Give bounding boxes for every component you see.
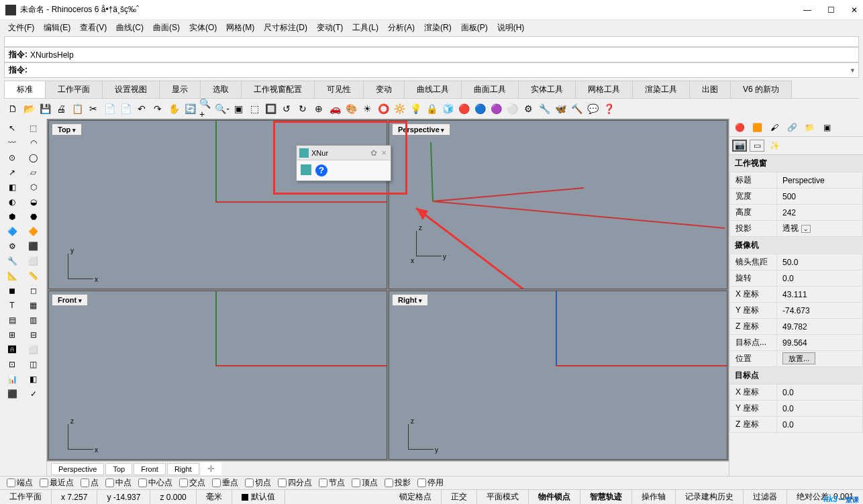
vptab-top[interactable]: Top (105, 463, 132, 475)
tool-1[interactable]: ⬚ (24, 121, 43, 135)
toolbar-btn-23[interactable]: ⭕ (376, 101, 391, 116)
menu-V[interactable]: 查看(V) (76, 21, 111, 35)
vptab-perspective[interactable]: Perspective (51, 463, 104, 475)
toolbar-btn-6[interactable]: 📄 (102, 101, 117, 116)
toolbar-btn-29[interactable]: 🔵 (472, 101, 487, 116)
menu-H[interactable]: 说明(H) (493, 21, 529, 35)
command-line-1[interactable]: 指令: XNurbsHelp (4, 47, 859, 62)
status-smarttrack[interactable]: 智慧轨迹 (580, 490, 632, 504)
viewport-perspective[interactable]: Perspective zy x (389, 120, 727, 289)
toolbar-btn-26[interactable]: 🔒 (424, 101, 439, 116)
toolbar-btn-9[interactable]: ↷ (150, 101, 165, 116)
toolbar-btn-36[interactable]: 💬 (585, 101, 600, 116)
prop-width[interactable]: 500 (777, 189, 863, 205)
toolbar-btn-27[interactable]: 🧊 (440, 101, 455, 116)
osnap-12[interactable]: 停用 (417, 477, 444, 489)
tool-4[interactable]: ⊙ (3, 151, 21, 164)
tool-23[interactable]: ◻ (24, 284, 43, 297)
fx-icon[interactable]: ✨ (767, 140, 782, 152)
toolbar-btn-28[interactable]: 🔴 (456, 101, 471, 116)
osnap-6[interactable]: 垂点 (212, 477, 238, 489)
tool-31[interactable]: ⬜ (24, 343, 43, 356)
toolbar-btn-32[interactable]: ⚙ (521, 101, 536, 116)
tab-2[interactable]: 设置视图 (102, 81, 160, 98)
viewport-front[interactable]: Front zx (48, 291, 387, 460)
menu-R[interactable]: 渲染(R) (420, 21, 456, 35)
toolbar-btn-33[interactable]: 🔧 (537, 101, 552, 116)
tab-8[interactable]: 曲线工具 (404, 81, 462, 98)
folder-icon[interactable]: 📁 (802, 121, 817, 134)
command-line-2[interactable]: 指令: ▼ (4, 62, 859, 78)
tab-12[interactable]: 渲染工具 (632, 81, 690, 98)
toolbar-btn-0[interactable]: 🗋 (5, 101, 20, 116)
material-icon[interactable]: 🖌 (767, 121, 782, 134)
maximize-button[interactable]: ☐ (827, 5, 835, 15)
status-cplane[interactable]: 工作平面 (0, 490, 52, 504)
toolbar-btn-10[interactable]: ✋ (166, 101, 181, 116)
toolbar-btn-13[interactable]: 🔍- (215, 101, 230, 116)
tool-33[interactable]: ◫ (24, 358, 43, 371)
tab-5[interactable]: 工作视窗配置 (241, 81, 315, 98)
viewport-perspective-label[interactable]: Perspective (392, 123, 450, 136)
tab-3[interactable]: 显示 (159, 81, 201, 98)
tool-6[interactable]: ↗ (3, 166, 21, 179)
toolbar-btn-16[interactable]: 🔲 (263, 101, 278, 116)
status-osnap[interactable]: 物件锁点 (529, 490, 580, 504)
osnap-9[interactable]: 节点 (319, 477, 345, 489)
osnap-2[interactable]: 点 (81, 477, 99, 489)
toolbar-btn-14[interactable]: ▣ (231, 101, 246, 116)
toolbar-btn-21[interactable]: 🎨 (344, 101, 358, 116)
prop-cam-x[interactable]: 43.111 (777, 287, 863, 303)
osnap-7[interactable]: 切点 (245, 477, 271, 489)
prop-focal[interactable]: 50.0 (777, 254, 863, 270)
toolbar-btn-19[interactable]: ⊕ (311, 101, 326, 116)
tool-7[interactable]: ▱ (24, 166, 43, 179)
toolbar-btn-30[interactable]: 🟣 (489, 101, 503, 116)
tool-34[interactable]: 📊 (3, 372, 21, 386)
tool-26[interactable]: ▤ (3, 313, 21, 327)
tool-11[interactable]: ◒ (24, 195, 43, 209)
prop-rotation[interactable]: 0.0 (777, 270, 863, 287)
vptab-right[interactable]: Right (167, 463, 199, 475)
toolbar-btn-18[interactable]: ↻ (295, 101, 310, 116)
status-gridsnap[interactable]: 锁定格点 (390, 490, 442, 504)
toolbar-btn-37[interactable]: ❓ (601, 101, 616, 116)
status-gumball[interactable]: 操作轴 (632, 490, 676, 504)
menu-M[interactable]: 网格(M) (222, 21, 258, 35)
status-ortho[interactable]: 正交 (442, 490, 477, 504)
panel-icon[interactable]: ▣ (819, 121, 834, 134)
menu-L[interactable]: 工具(L) (348, 21, 383, 35)
tool-32[interactable]: ⊡ (3, 358, 21, 371)
tool-18[interactable]: 🔧 (3, 254, 21, 268)
tab-6[interactable]: 可见性 (314, 81, 364, 98)
tool-20[interactable]: 📐 (3, 269, 21, 283)
tool-29[interactable]: ⊟ (24, 328, 43, 342)
toolbar-btn-12[interactable]: 🔍+ (199, 101, 213, 116)
tool-5[interactable]: ◯ (24, 151, 43, 164)
tool-28[interactable]: ⊞ (3, 328, 21, 342)
tool-36[interactable]: ⬛ (3, 387, 21, 401)
toolbar-btn-34[interactable]: 🦋 (553, 101, 568, 116)
toolbar-btn-24[interactable]: 🔆 (392, 101, 407, 116)
place-button[interactable]: 放置... (782, 352, 815, 364)
toolbar-btn-3[interactable]: 🖨 (54, 101, 68, 116)
status-units[interactable]: 毫米 (197, 490, 232, 504)
prop-target-x[interactable]: 0.0 (777, 385, 863, 401)
vptab-add[interactable]: ✛ (201, 462, 221, 475)
osnap-10[interactable]: 顶点 (352, 477, 378, 489)
tool-35[interactable]: ◧ (24, 372, 43, 386)
toolbar-btn-31[interactable]: ⚪ (505, 101, 519, 116)
status-filter[interactable]: 过滤器 (744, 490, 787, 504)
menu-A[interactable]: 分析(A) (384, 21, 419, 35)
prop-title[interactable]: Perspective (777, 172, 863, 189)
tab-14[interactable]: V6 的新功 (730, 81, 792, 98)
tool-22[interactable]: ◼ (3, 284, 21, 297)
tool-2[interactable]: 〰 (3, 136, 21, 150)
tool-9[interactable]: ⬡ (24, 181, 43, 194)
osnap-11[interactable]: 投影 (385, 477, 411, 489)
prop-target-dist[interactable]: 99.564 (777, 335, 863, 351)
tool-8[interactable]: ◧ (3, 181, 21, 194)
osnap-4[interactable]: 中心点 (138, 477, 172, 489)
tab-13[interactable]: 出图 (689, 81, 731, 98)
tool-19[interactable]: ⬜ (24, 254, 43, 268)
